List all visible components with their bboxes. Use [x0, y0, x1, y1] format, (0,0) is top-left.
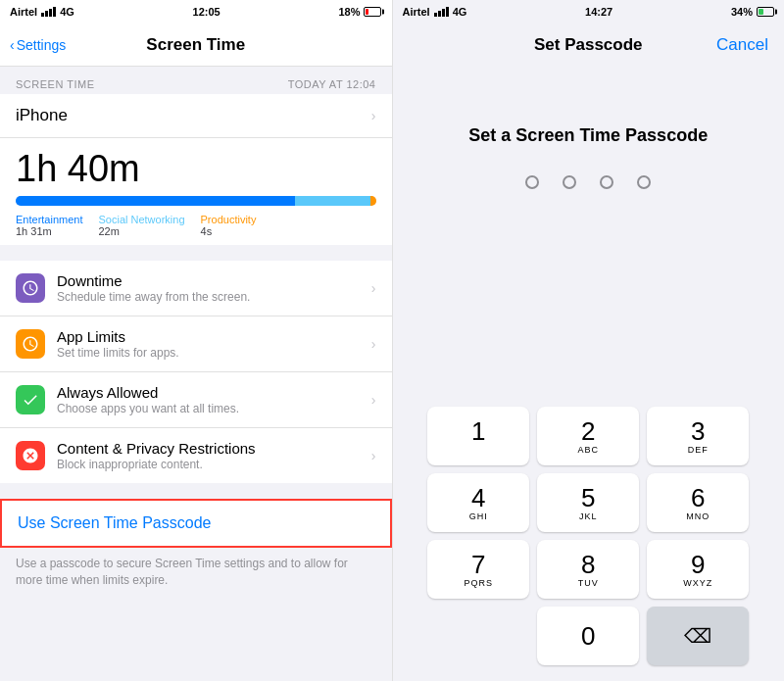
downtime-subtitle: Schedule time away from the screen.	[57, 290, 360, 304]
time-display: 1h 40m Entertainment 1h 31m Social Netwo…	[0, 138, 392, 245]
passcode-dots	[525, 175, 651, 189]
passcode-dot-4	[637, 175, 651, 189]
battery-fill	[366, 9, 368, 15]
legend-entertainment-time: 1h 31m	[16, 225, 82, 237]
downtime-title: Downtime	[57, 272, 360, 289]
iphone-chevron-icon: ›	[371, 108, 376, 123]
iphone-label: iPhone	[16, 106, 68, 125]
settings-item-app-limits[interactable]: App Limits Set time limits for apps. ›	[0, 316, 392, 372]
right-signal-bar-3	[442, 9, 445, 17]
legend-productivity-time: 4s	[201, 225, 257, 237]
carrier-label: Airtel	[10, 6, 37, 18]
key-5[interactable]: 5 JKL	[537, 473, 639, 532]
left-time: 12:05	[193, 6, 220, 18]
app-limits-chevron-icon: ›	[371, 336, 376, 352]
back-chevron-icon: ‹	[10, 37, 15, 53]
right-network-label: 4G	[453, 6, 467, 18]
right-battery-fill	[759, 9, 763, 15]
left-status-right: 18%	[338, 6, 381, 18]
always-allowed-chevron-icon: ›	[371, 392, 376, 408]
downtime-text: Downtime Schedule time away from the scr…	[57, 272, 360, 304]
passcode-dot-2	[563, 175, 576, 189]
key-8[interactable]: 8 TUV	[537, 540, 639, 599]
content-privacy-text: Content & Privacy Restrictions Block ina…	[57, 440, 360, 471]
keypad-row-1: 1 2 ABC 3 DEF	[401, 407, 777, 465]
right-signal-bar-4	[446, 7, 449, 17]
section-header-date: Today at 12:04	[288, 78, 376, 90]
always-allowed-icon	[16, 385, 45, 414]
passcode-description: Use a passcode to secure Screen Time set…	[0, 548, 392, 601]
cancel-button[interactable]: Cancel	[716, 35, 768, 55]
signal-bars	[41, 7, 56, 17]
left-nav-title: Screen Time	[146, 35, 245, 55]
right-signal-bar-2	[438, 11, 441, 17]
usage-bar-productivity	[370, 196, 375, 206]
always-allowed-title: Always Allowed	[57, 384, 360, 401]
passcode-row[interactable]: Use Screen Time Passcode	[0, 499, 392, 548]
legend-social-label: Social Networking	[98, 214, 184, 225]
key-3[interactable]: 3 DEF	[647, 407, 749, 465]
section-header-label: SCREEN TIME	[16, 78, 94, 90]
keypad-row-2: 4 GHI 5 JKL 6 MNO	[401, 473, 777, 532]
passcode-prompt-area: Set a Screen Time Passcode	[393, 67, 785, 399]
right-signal-bars	[434, 7, 449, 17]
signal-bar-1	[41, 13, 44, 17]
right-time: 14:27	[585, 6, 612, 18]
section-header: SCREEN TIME Today at 12:04	[0, 67, 392, 94]
key-2[interactable]: 2 ABC	[537, 407, 639, 465]
right-status-bar: Airtel 4G 14:27 34%	[393, 0, 785, 24]
usage-bar-entertainment	[16, 196, 295, 206]
passcode-dot-1	[525, 175, 539, 189]
right-nav-title: Set Passcode	[534, 35, 643, 55]
left-status-left: Airtel 4G	[10, 6, 74, 18]
left-status-bar: Airtel 4G 12:05 18%	[0, 0, 392, 24]
keypad-row-4: 0 ⌫	[401, 607, 777, 665]
key-delete[interactable]: ⌫	[647, 607, 749, 665]
left-panel: Airtel 4G 12:05 18% ‹ Settings Screen Ti…	[0, 0, 392, 681]
key-6[interactable]: 6 MNO	[647, 473, 749, 532]
app-limits-icon	[16, 329, 45, 359]
downtime-icon	[16, 273, 45, 303]
legend-social: Social Networking 22m	[98, 214, 184, 237]
key-7[interactable]: 7 PQRS	[427, 540, 529, 599]
network-label: 4G	[60, 6, 74, 18]
settings-item-content-privacy[interactable]: Content & Privacy Restrictions Block ina…	[0, 428, 392, 483]
legend-productivity: Productivity 4s	[201, 214, 257, 237]
downtime-chevron-icon: ›	[371, 280, 376, 296]
signal-bar-3	[49, 9, 52, 17]
battery-icon	[364, 7, 381, 17]
right-battery-percent: 34%	[731, 6, 753, 18]
key-1[interactable]: 1	[427, 407, 529, 465]
key-9[interactable]: 9 WXYZ	[647, 540, 749, 599]
content-privacy-icon	[16, 441, 45, 470]
battery-percent: 18%	[338, 6, 360, 18]
passcode-prompt-title: Set a Screen Time Passcode	[468, 125, 708, 146]
legend-social-time: 22m	[98, 225, 184, 237]
settings-item-downtime[interactable]: Downtime Schedule time away from the scr…	[0, 261, 392, 316]
key-4[interactable]: 4 GHI	[427, 473, 529, 532]
usage-bar	[16, 196, 376, 206]
delete-icon: ⌫	[684, 626, 711, 646]
key-0[interactable]: 0	[537, 607, 639, 665]
passcode-label: Use Screen Time Passcode	[18, 514, 211, 531]
settings-item-always-allowed[interactable]: Always Allowed Choose apps you want at a…	[0, 372, 392, 428]
right-panel: Airtel 4G 14:27 34% Set Passcode Cancel …	[393, 0, 785, 681]
back-button[interactable]: ‹ Settings	[10, 37, 66, 53]
legend-productivity-label: Productivity	[201, 214, 257, 225]
app-limits-subtitle: Set time limits for apps.	[57, 346, 360, 360]
legend-entertainment-label: Entertainment	[16, 214, 82, 225]
usage-bar-social	[295, 196, 371, 206]
total-time: 1h 40m	[16, 148, 376, 190]
iphone-row[interactable]: iPhone ›	[0, 94, 392, 138]
right-status-right: 34%	[731, 6, 774, 18]
right-carrier-label: Airtel	[403, 6, 430, 18]
signal-bar-4	[53, 7, 56, 17]
left-nav-bar: ‹ Settings Screen Time	[0, 24, 392, 67]
key-empty	[427, 607, 529, 665]
always-allowed-subtitle: Choose apps you want at all times.	[57, 402, 360, 415]
passcode-dot-3	[600, 175, 613, 189]
signal-bar-2	[45, 11, 48, 17]
right-status-left: Airtel 4G	[403, 6, 467, 18]
content-privacy-subtitle: Block inappropriate content.	[57, 458, 360, 471]
content-privacy-title: Content & Privacy Restrictions	[57, 440, 360, 457]
